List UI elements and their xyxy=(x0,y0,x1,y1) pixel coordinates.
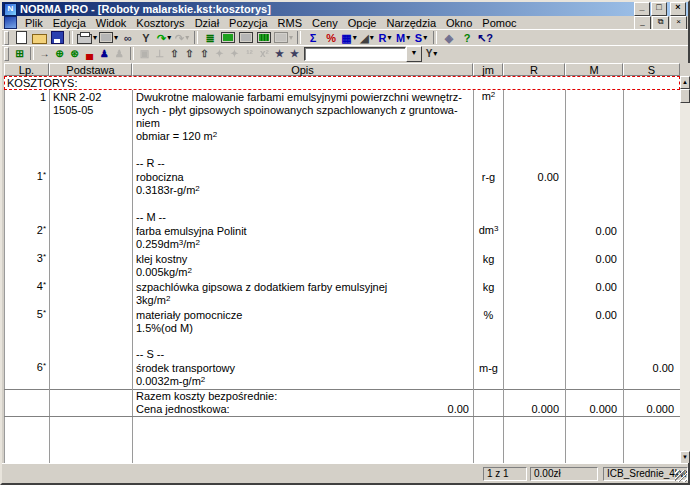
cell-s[interactable]: 0.00 xyxy=(624,361,681,375)
print-icon[interactable]: ▾ xyxy=(76,30,98,45)
cell-podstawa[interactable] xyxy=(50,390,133,404)
cell-jm[interactable] xyxy=(474,266,504,280)
insert-position-icon[interactable]: ⊕ xyxy=(52,46,67,61)
cell-podstawa[interactable] xyxy=(50,252,133,266)
cell-opis[interactable]: 1.5%(od M) xyxy=(133,322,474,335)
favorite-alt-icon[interactable]: ★ xyxy=(287,46,302,61)
cell-lp[interactable] xyxy=(5,322,50,335)
cell-r[interactable] xyxy=(504,335,566,348)
chevron-down-icon[interactable]: ▾ xyxy=(406,33,410,42)
new-document-icon[interactable] xyxy=(12,30,30,45)
cell-m[interactable]: 0.00 xyxy=(566,280,624,294)
insert-dzial-icon[interactable]: ⊞ xyxy=(12,46,27,61)
cell-opis[interactable] xyxy=(133,335,474,348)
cell-r[interactable] xyxy=(504,198,566,211)
cell-podstawa[interactable] xyxy=(50,211,133,224)
minimize-button[interactable]: _ xyxy=(634,2,650,16)
cell-m[interactable] xyxy=(566,361,624,375)
cell-m[interactable] xyxy=(566,198,624,211)
column-header-s[interactable]: S xyxy=(623,63,680,76)
menu-item-edycja[interactable]: Edycja xyxy=(48,17,91,29)
column-header-r[interactable]: R xyxy=(503,63,565,76)
menu-item-opcje[interactable]: Opcje xyxy=(343,17,382,29)
cell-lp[interactable] xyxy=(5,266,50,280)
cell-lp[interactable] xyxy=(5,375,50,390)
cell-s[interactable] xyxy=(624,280,681,294)
cell-opis[interactable]: -- R -- xyxy=(133,157,474,170)
menu-item-narzedzia[interactable]: Narzędzia xyxy=(382,17,442,29)
menu-item-pomoc[interactable]: Pomoc xyxy=(477,17,521,29)
cell-lp[interactable] xyxy=(5,117,50,130)
menu-item-rms[interactable]: RMS xyxy=(273,17,307,29)
cell-m[interactable] xyxy=(566,390,624,404)
cell-podstawa[interactable]: KNR 2-02 xyxy=(50,90,133,104)
screen-view-icon[interactable] xyxy=(219,30,237,45)
cell-r[interactable] xyxy=(504,280,566,294)
cell-s[interactable] xyxy=(624,224,681,238)
menu-item-widok[interactable]: Widok xyxy=(91,17,132,29)
cell-r[interactable] xyxy=(504,117,566,130)
cell-jm[interactable] xyxy=(474,322,504,335)
table-icon[interactable]: ▦▾ xyxy=(340,30,358,45)
m-column-icon[interactable]: M▾ xyxy=(394,30,412,45)
cell-opis[interactable]: 0.00Cena jednostkowa: xyxy=(133,403,474,417)
cell-podstawa[interactable] xyxy=(50,184,133,198)
filter-funnel-icon[interactable]: Y xyxy=(137,30,155,45)
screen-plain-icon[interactable] xyxy=(237,30,255,45)
chart-icon[interactable]: ◢▾ xyxy=(358,30,376,45)
cell-m[interactable] xyxy=(566,90,624,104)
menu-item-okno[interactable]: Okno xyxy=(441,17,477,29)
cell-m[interactable] xyxy=(566,104,624,117)
cell-lp[interactable]: 1 xyxy=(5,90,50,104)
cell-podstawa[interactable] xyxy=(50,308,133,322)
cell-lp[interactable] xyxy=(5,157,50,170)
cell-m[interactable] xyxy=(566,294,624,308)
cell-m[interactable] xyxy=(566,238,624,252)
cell-lp[interactable] xyxy=(5,211,50,224)
open-folder-icon[interactable] xyxy=(30,30,48,45)
cell-podstawa[interactable] xyxy=(50,130,133,144)
cell-r[interactable]: 0.00 xyxy=(504,170,566,184)
cell-jm[interactable] xyxy=(474,390,504,404)
chevron-down-icon[interactable]: ▾ xyxy=(370,33,374,42)
cell-opis[interactable]: nych - płyt gipsowych spoinowanych szpac… xyxy=(133,104,474,117)
cell-podstawa[interactable] xyxy=(50,375,133,390)
cell-podstawa[interactable] xyxy=(50,170,133,184)
cell-m[interactable] xyxy=(566,266,624,280)
cell-lp[interactable] xyxy=(5,403,50,417)
cell-jm[interactable] xyxy=(474,157,504,170)
cell-lp[interactable] xyxy=(5,238,50,252)
mdi-restore-button[interactable]: ⧉ xyxy=(652,16,669,30)
cell-s[interactable] xyxy=(624,238,681,252)
cell-lp[interactable] xyxy=(5,184,50,198)
search-combobox-field[interactable] xyxy=(304,47,406,61)
cell-m[interactable] xyxy=(566,348,624,361)
cell-r[interactable] xyxy=(504,224,566,238)
chevron-down-icon[interactable]: ▾ xyxy=(93,33,97,42)
cell-lp[interactable] xyxy=(5,198,50,211)
save-icon[interactable] xyxy=(48,30,66,45)
toolbar-grip[interactable] xyxy=(4,31,9,45)
cell-lp[interactable] xyxy=(5,294,50,308)
cell-jm[interactable] xyxy=(474,144,504,157)
cell-r[interactable]: 0.000 xyxy=(504,403,566,417)
cell-jm[interactable]: r-g xyxy=(474,170,504,184)
cell-s[interactable] xyxy=(624,390,681,404)
cell-jm[interactable]: m-g xyxy=(474,361,504,375)
cell-s[interactable] xyxy=(624,322,681,335)
cell-r[interactable] xyxy=(504,144,566,157)
chevron-down-icon[interactable]: ▼ xyxy=(406,46,422,62)
cell-jm[interactable] xyxy=(474,211,504,224)
cell-s[interactable] xyxy=(624,211,681,224)
cell-s[interactable] xyxy=(624,266,681,280)
cell-s[interactable] xyxy=(624,157,681,170)
cell-r[interactable] xyxy=(504,90,566,104)
catalog-book-icon[interactable]: ◈ xyxy=(440,30,458,45)
cell-s[interactable] xyxy=(624,90,681,104)
cell-s[interactable] xyxy=(624,117,681,130)
cell-lp[interactable]: 6* xyxy=(5,361,50,375)
kosztorys-view-icon[interactable]: ≣ xyxy=(201,30,219,45)
cell-r[interactable] xyxy=(504,104,566,117)
cell-opis[interactable]: klej kostny xyxy=(133,252,474,266)
menu-item-ceny[interactable]: Ceny xyxy=(307,17,343,29)
